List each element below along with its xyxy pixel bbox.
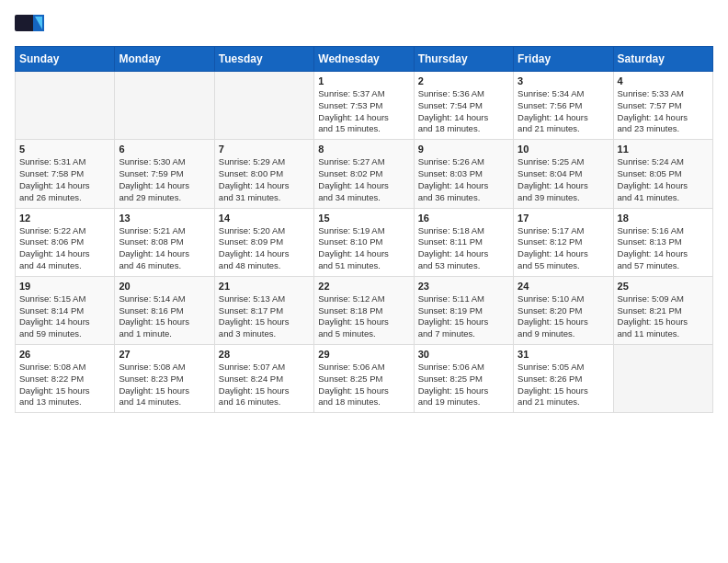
day-info: Sunrise: 5:10 AM Sunset: 8:20 PM Dayligh… (518, 293, 609, 340)
day-info: Sunrise: 5:24 AM Sunset: 8:05 PM Dayligh… (618, 156, 709, 203)
day-info: Sunrise: 5:06 AM Sunset: 8:25 PM Dayligh… (418, 362, 509, 408)
day-number: 10 (518, 144, 609, 155)
day-number: 31 (518, 349, 609, 360)
day-header-thursday: Thursday (414, 47, 513, 72)
calendar-cell (115, 72, 214, 140)
day-info: Sunrise: 5:08 AM Sunset: 8:22 PM Dayligh… (19, 362, 110, 408)
day-info: Sunrise: 5:09 AM Sunset: 8:21 PM Dayligh… (618, 293, 709, 340)
calendar-cell: 22Sunrise: 5:12 AM Sunset: 8:18 PM Dayli… (314, 276, 414, 344)
day-number: 26 (19, 349, 110, 360)
calendar-cell: 31Sunrise: 5:05 AM Sunset: 8:26 PM Dayli… (514, 345, 613, 413)
calendar-cell: 16Sunrise: 5:18 AM Sunset: 8:11 PM Dayli… (414, 208, 513, 276)
calendar-cell: 1Sunrise: 5:37 AM Sunset: 7:53 PM Daylig… (314, 72, 414, 140)
day-info: Sunrise: 5:16 AM Sunset: 8:13 PM Dayligh… (618, 225, 709, 272)
calendar-cell: 29Sunrise: 5:06 AM Sunset: 8:25 PM Dayli… (314, 345, 414, 413)
calendar-cell: 21Sunrise: 5:13 AM Sunset: 8:17 PM Dayli… (214, 276, 313, 344)
calendar-cell: 30Sunrise: 5:06 AM Sunset: 8:25 PM Dayli… (414, 345, 513, 413)
day-info: Sunrise: 5:07 AM Sunset: 8:24 PM Dayligh… (219, 362, 310, 408)
day-info: Sunrise: 5:12 AM Sunset: 8:18 PM Dayligh… (318, 293, 409, 340)
day-info: Sunrise: 5:08 AM Sunset: 8:23 PM Dayligh… (119, 362, 210, 408)
day-info: Sunrise: 5:26 AM Sunset: 8:03 PM Dayligh… (418, 156, 509, 203)
day-info: Sunrise: 5:27 AM Sunset: 8:02 PM Dayligh… (318, 156, 409, 203)
day-number: 24 (518, 281, 609, 292)
day-info: Sunrise: 5:33 AM Sunset: 7:57 PM Dayligh… (618, 88, 709, 135)
calendar-cell: 15Sunrise: 5:19 AM Sunset: 8:10 PM Dayli… (314, 208, 414, 276)
day-number: 6 (119, 144, 210, 155)
day-info: Sunrise: 5:20 AM Sunset: 8:09 PM Dayligh… (219, 225, 310, 272)
calendar-cell: 26Sunrise: 5:08 AM Sunset: 8:22 PM Dayli… (16, 345, 115, 413)
calendar-cell (16, 72, 115, 140)
day-info: Sunrise: 5:31 AM Sunset: 7:58 PM Dayligh… (19, 156, 110, 203)
day-number: 7 (219, 144, 310, 155)
calendar-cell: 5Sunrise: 5:31 AM Sunset: 7:58 PM Daylig… (16, 140, 115, 208)
calendar-week-row: 12Sunrise: 5:22 AM Sunset: 8:06 PM Dayli… (16, 208, 713, 276)
day-number: 17 (518, 213, 609, 224)
day-number: 12 (19, 213, 110, 224)
header (15, 15, 713, 39)
day-info: Sunrise: 5:37 AM Sunset: 7:53 PM Dayligh… (318, 88, 409, 135)
day-number: 25 (618, 281, 709, 292)
day-number: 2 (418, 75, 509, 86)
calendar-week-row: 26Sunrise: 5:08 AM Sunset: 8:22 PM Dayli… (16, 345, 713, 413)
day-number: 1 (318, 75, 409, 86)
day-info: Sunrise: 5:15 AM Sunset: 8:14 PM Dayligh… (19, 293, 110, 340)
day-number: 9 (418, 144, 509, 155)
day-number: 28 (219, 349, 310, 360)
day-info: Sunrise: 5:19 AM Sunset: 8:10 PM Dayligh… (318, 225, 409, 272)
calendar-cell: 7Sunrise: 5:29 AM Sunset: 8:00 PM Daylig… (214, 140, 313, 208)
calendar-cell: 10Sunrise: 5:25 AM Sunset: 8:04 PM Dayli… (514, 140, 613, 208)
calendar-cell: 11Sunrise: 5:24 AM Sunset: 8:05 PM Dayli… (613, 140, 712, 208)
day-number: 13 (119, 213, 210, 224)
day-number: 11 (618, 144, 709, 155)
calendar-cell: 13Sunrise: 5:21 AM Sunset: 8:08 PM Dayli… (115, 208, 214, 276)
day-number: 21 (219, 281, 310, 292)
day-info: Sunrise: 5:05 AM Sunset: 8:26 PM Dayligh… (518, 362, 609, 408)
day-info: Sunrise: 5:34 AM Sunset: 7:56 PM Dayligh… (518, 88, 609, 135)
day-info: Sunrise: 5:22 AM Sunset: 8:06 PM Dayligh… (19, 225, 110, 272)
day-header-sunday: Sunday (16, 47, 115, 72)
day-number: 29 (318, 349, 409, 360)
calendar-cell: 19Sunrise: 5:15 AM Sunset: 8:14 PM Dayli… (16, 276, 115, 344)
calendar-cell (214, 72, 313, 140)
day-number: 19 (19, 281, 110, 292)
day-header-tuesday: Tuesday (214, 47, 313, 72)
calendar-cell: 6Sunrise: 5:30 AM Sunset: 7:59 PM Daylig… (115, 140, 214, 208)
calendar-cell (613, 345, 712, 413)
day-number: 18 (618, 213, 709, 224)
calendar-week-row: 5Sunrise: 5:31 AM Sunset: 7:58 PM Daylig… (16, 140, 713, 208)
calendar-cell: 3Sunrise: 5:34 AM Sunset: 7:56 PM Daylig… (514, 72, 613, 140)
calendar-cell: 2Sunrise: 5:36 AM Sunset: 7:54 PM Daylig… (414, 72, 513, 140)
day-number: 5 (19, 144, 110, 155)
day-number: 3 (518, 75, 609, 86)
day-info: Sunrise: 5:14 AM Sunset: 8:16 PM Dayligh… (119, 293, 210, 340)
calendar: SundayMondayTuesdayWednesdayThursdayFrid… (15, 46, 713, 413)
day-number: 30 (418, 349, 509, 360)
calendar-cell: 14Sunrise: 5:20 AM Sunset: 8:09 PM Dayli… (214, 208, 313, 276)
calendar-cell: 28Sunrise: 5:07 AM Sunset: 8:24 PM Dayli… (214, 345, 313, 413)
day-number: 20 (119, 281, 210, 292)
calendar-cell: 27Sunrise: 5:08 AM Sunset: 8:23 PM Dayli… (115, 345, 214, 413)
day-number: 22 (318, 281, 409, 292)
day-info: Sunrise: 5:36 AM Sunset: 7:54 PM Dayligh… (418, 88, 509, 135)
day-header-wednesday: Wednesday (314, 47, 414, 72)
day-info: Sunrise: 5:18 AM Sunset: 8:11 PM Dayligh… (418, 225, 509, 272)
calendar-cell: 9Sunrise: 5:26 AM Sunset: 8:03 PM Daylig… (414, 140, 513, 208)
day-info: Sunrise: 5:30 AM Sunset: 7:59 PM Dayligh… (119, 156, 210, 203)
calendar-week-row: 1Sunrise: 5:37 AM Sunset: 7:53 PM Daylig… (16, 72, 713, 140)
day-info: Sunrise: 5:13 AM Sunset: 8:17 PM Dayligh… (219, 293, 310, 340)
day-info: Sunrise: 5:25 AM Sunset: 8:04 PM Dayligh… (518, 156, 609, 203)
calendar-cell: 24Sunrise: 5:10 AM Sunset: 8:20 PM Dayli… (514, 276, 613, 344)
logo (15, 15, 46, 39)
day-header-monday: Monday (115, 47, 214, 72)
calendar-cell: 25Sunrise: 5:09 AM Sunset: 8:21 PM Dayli… (613, 276, 712, 344)
day-info: Sunrise: 5:21 AM Sunset: 8:08 PM Dayligh… (119, 225, 210, 272)
day-number: 27 (119, 349, 210, 360)
day-number: 8 (318, 144, 409, 155)
calendar-cell: 4Sunrise: 5:33 AM Sunset: 7:57 PM Daylig… (613, 72, 712, 140)
day-info: Sunrise: 5:17 AM Sunset: 8:12 PM Dayligh… (518, 225, 609, 272)
day-number: 4 (618, 75, 709, 86)
calendar-cell: 17Sunrise: 5:17 AM Sunset: 8:12 PM Dayli… (514, 208, 613, 276)
day-info: Sunrise: 5:06 AM Sunset: 8:25 PM Dayligh… (318, 362, 409, 408)
calendar-cell: 12Sunrise: 5:22 AM Sunset: 8:06 PM Dayli… (16, 208, 115, 276)
logo-icon (15, 15, 44, 39)
